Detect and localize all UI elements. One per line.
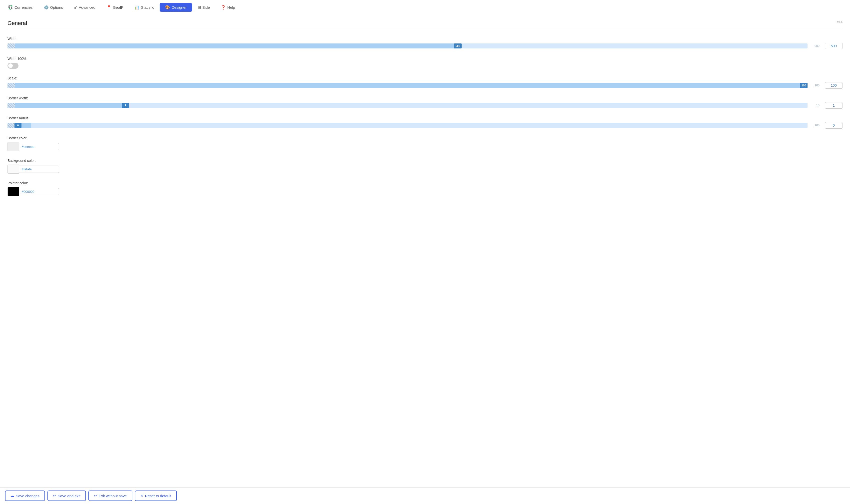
side-icon: ⊟ (198, 5, 201, 10)
save-and-exit-label: Save and exit (58, 494, 80, 498)
background-color-section: Background color: (7, 159, 843, 174)
nav-label-designer: Designer (171, 5, 186, 10)
border-width-label: Border width: (7, 96, 843, 100)
save-changes-label: Save changes (16, 494, 39, 498)
pointer-color-section: Pointer color: (7, 181, 843, 196)
background-color-label: Background color: (7, 159, 843, 163)
border-radius-slider-wrapper[interactable]: 0 (7, 122, 808, 129)
border-radius-input[interactable] (825, 122, 843, 129)
toggle-knob (8, 64, 13, 68)
background-color-swatch[interactable] (7, 165, 19, 174)
page-title: General (7, 20, 27, 26)
width-hatch (7, 43, 15, 49)
nav-label-geoip: GeoIP (113, 5, 124, 10)
scale-section: Scale: 100 100 (7, 76, 843, 89)
page-header: General #14 (7, 20, 843, 29)
background-color-input[interactable] (19, 166, 59, 173)
width-thumb-label[interactable]: 500 (454, 43, 462, 49)
border-color-label: Border color: (7, 136, 843, 140)
designer-icon: 🎨 (165, 5, 170, 10)
scale-max-label: 100 (812, 84, 819, 87)
scale-thumb-label[interactable]: 100 (800, 83, 808, 88)
main-content: General #14 Width: 500 900 Width 100%: (0, 15, 850, 504)
advanced-icon: ↙ (74, 5, 77, 10)
width-slider-track[interactable]: 500 (7, 43, 808, 49)
background-color-row (7, 165, 843, 174)
nav-label-statistic: Statistic (141, 5, 154, 10)
width-max-label: 900 (812, 44, 819, 48)
scale-slider-wrapper[interactable]: 100 (7, 82, 808, 89)
width-section: Width: 500 900 (7, 37, 843, 49)
nav-item-currencies[interactable]: 💱 Currencies (2, 3, 38, 12)
bottom-toolbar: ☁ Save changes ↩ Save and exit ↩ Exit wi… (0, 487, 850, 504)
pointer-color-row (7, 187, 843, 196)
border-width-thumb-label[interactable]: 1 (122, 103, 129, 108)
border-color-row (7, 142, 843, 151)
save-exit-icon: ↩ (53, 493, 56, 498)
scale-slider-track[interactable]: 100 (7, 83, 808, 88)
exit-without-save-button[interactable]: ↩ Exit without save (88, 490, 132, 501)
border-width-section: Border width: 1 10 (7, 96, 843, 109)
border-width-slider-fill (15, 103, 127, 108)
nav-item-side[interactable]: ⊟ Side (192, 3, 215, 12)
save-changes-icon: ☁ (11, 493, 14, 498)
width-slider-fill (15, 43, 459, 49)
width100-toggle[interactable] (7, 63, 18, 69)
nav-label-side: Side (202, 5, 210, 10)
border-width-max-label: 10 (812, 104, 819, 107)
exit-no-save-icon: ↩ (94, 493, 97, 498)
scale-hatch (7, 83, 15, 88)
scale-label: Scale: (7, 76, 843, 80)
nav-label-options: Options (50, 5, 63, 10)
nav-label-help: Help (227, 5, 235, 10)
width-slider-wrapper[interactable]: 500 (7, 43, 808, 49)
border-radius-slider-track[interactable]: 0 (7, 123, 808, 128)
options-icon: ⚙️ (44, 5, 49, 10)
page-id: #14 (837, 20, 843, 24)
currencies-icon: 💱 (8, 5, 13, 10)
reset-icon: ✕ (140, 493, 144, 498)
width-label: Width: (7, 37, 843, 41)
pointer-color-input[interactable] (19, 188, 59, 195)
scale-slider-fill (15, 83, 808, 88)
border-radius-max-label: 100 (812, 124, 819, 127)
width100-label: Width 100%: (7, 57, 843, 61)
border-width-hatch (7, 103, 15, 108)
nav-label-advanced: Advanced (79, 5, 95, 10)
width-input[interactable] (825, 43, 843, 49)
width100-toggle-container (7, 63, 843, 69)
nav-item-help[interactable]: ❓ Help (215, 3, 240, 12)
save-changes-button[interactable]: ☁ Save changes (5, 490, 45, 501)
geoip-icon: 📍 (106, 5, 111, 10)
border-width-input[interactable] (825, 102, 843, 109)
scale-input[interactable] (825, 82, 843, 89)
navigation-bar: 💱 Currencies ⚙️ Options ↙ Advanced 📍 Geo… (0, 0, 850, 15)
pointer-color-swatch[interactable] (7, 187, 19, 196)
reset-to-default-button[interactable]: ✕ Reset to default (135, 490, 177, 501)
width100-section: Width 100%: (7, 57, 843, 69)
nav-item-statistic[interactable]: 📊 Statistic (129, 3, 160, 12)
border-color-input[interactable] (19, 143, 59, 150)
exit-without-save-label: Exit without save (99, 494, 127, 498)
border-width-slider-wrapper[interactable]: 1 (7, 102, 808, 109)
reset-to-default-label: Reset to default (145, 494, 171, 498)
statistic-icon: 📊 (134, 5, 139, 10)
nav-item-designer[interactable]: 🎨 Designer (160, 3, 192, 12)
pointer-color-label: Pointer color: (7, 181, 843, 185)
help-icon: ❓ (221, 5, 226, 10)
nav-item-geoip[interactable]: 📍 GeoIP (101, 3, 129, 12)
border-radius-label: Border radius: (7, 116, 843, 120)
nav-item-options[interactable]: ⚙️ Options (38, 3, 69, 12)
nav-label-currencies: Currencies (15, 5, 33, 10)
border-width-slider-track[interactable]: 1 (7, 103, 808, 108)
border-radius-thumb-label[interactable]: 0 (15, 123, 21, 128)
border-radius-hatch (7, 123, 15, 128)
border-radius-section: Border radius: 0 100 (7, 116, 843, 129)
border-color-swatch[interactable] (7, 142, 19, 151)
border-color-section: Border color: (7, 136, 843, 151)
save-and-exit-button[interactable]: ↩ Save and exit (48, 490, 86, 501)
nav-item-advanced[interactable]: ↙ Advanced (69, 3, 101, 12)
